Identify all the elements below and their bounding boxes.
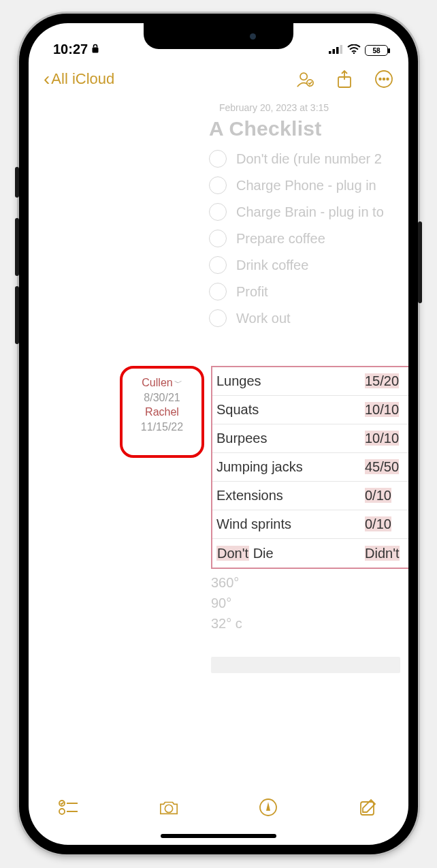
note-content: A Checklist Don't die (rule number 2 Cha… [29, 117, 408, 327]
side-button-power [418, 221, 422, 303]
extra-line: 90° [211, 593, 242, 613]
svg-point-10 [379, 78, 381, 80]
checkbox-icon[interactable] [209, 283, 227, 300]
checklist-text: Drink coffee [236, 258, 308, 273]
attribution-author[interactable]: Rachel [128, 405, 196, 420]
nav-bar: ‹ All iCloud [29, 60, 408, 98]
chevron-down-icon: ﹀ [174, 377, 182, 388]
status-time: 10:27 [53, 42, 88, 57]
checkbox-icon[interactable] [209, 150, 227, 168]
checklist-text: Work out [236, 311, 291, 326]
table-cell: Squats [212, 402, 363, 418]
checkbox-icon[interactable] [209, 230, 227, 247]
screen: 10:27 58 ‹ All iCloud [29, 23, 408, 845]
markup-button[interactable] [258, 797, 278, 818]
svg-point-12 [387, 78, 389, 80]
list-item[interactable]: Profit [209, 283, 408, 300]
table-cell: 0/10 [363, 516, 408, 532]
svg-rect-3 [336, 47, 339, 54]
notch [144, 23, 293, 49]
svg-point-11 [383, 78, 385, 80]
more-button[interactable] [374, 69, 393, 89]
svg-point-7 [307, 80, 313, 86]
svg-point-5 [353, 52, 355, 54]
side-button-vol-up [15, 218, 19, 276]
checklist-text: Charge Brain - plug in to [236, 204, 384, 220]
cellular-icon [328, 44, 343, 57]
wifi-icon [347, 44, 361, 57]
svg-point-6 [300, 73, 307, 80]
attribution-date: 8/30/21 [128, 390, 196, 405]
note-timestamp: February 20, 2023 at 3:15 [29, 102, 408, 113]
table-cell: 10/10 [363, 431, 408, 446]
table-cell: 15/20 [363, 373, 408, 389]
chevron-left-icon: ‹ [44, 68, 50, 90]
checklist-text: Prepare coffee [236, 231, 325, 247]
phone-frame: 10:27 58 ‹ All iCloud [19, 14, 418, 854]
extra-line: 32° c [211, 613, 242, 634]
attribution-highlight: Cullen﹀ 8/30/21 Rachel 11/15/22 [120, 366, 204, 458]
extra-notes: 360° 90° 32° c [211, 572, 242, 634]
table-cell: Jumping jacks [212, 459, 363, 475]
svg-rect-4 [340, 45, 343, 54]
note-body[interactable]: February 20, 2023 at 3:15 A Checklist Do… [29, 98, 408, 784]
attribution-author[interactable]: Cullen﹀ [142, 375, 182, 390]
list-item[interactable]: Charge Brain - plug in to [209, 203, 408, 221]
attribution-date: 11/15/22 [128, 420, 196, 435]
table-row[interactable]: Don't DieDidn't [212, 539, 408, 568]
note-title: A Checklist [209, 117, 408, 140]
checkbox-icon[interactable] [209, 309, 227, 327]
battery-percent: 58 [372, 47, 380, 55]
table-cell: Burpees [212, 431, 363, 446]
table-row[interactable]: Burpees10/10 [212, 424, 408, 453]
table-cell: Didn't [363, 546, 408, 561]
table-cell: Don't Die [212, 546, 363, 561]
side-button-vol-down [15, 286, 19, 344]
table-cell: 0/10 [363, 488, 408, 503]
table-row[interactable]: Wind sprints0/10 [212, 510, 408, 539]
svg-rect-0 [93, 48, 99, 53]
checklist-text: Charge Phone - plug in [236, 178, 376, 193]
home-indicator[interactable] [161, 834, 276, 838]
checkbox-icon[interactable] [209, 176, 227, 194]
table-cell: Wind sprints [212, 516, 363, 532]
share-button[interactable] [335, 69, 354, 89]
checklist-text: Profit [236, 284, 268, 300]
table-cell: Extensions [212, 488, 363, 503]
svg-rect-1 [329, 51, 331, 54]
camera-button[interactable] [159, 797, 179, 818]
table-row[interactable]: Extensions0/10 [212, 482, 408, 510]
list-item[interactable]: Prepare coffee [209, 230, 408, 247]
side-button-mute [15, 167, 19, 198]
attachment-placeholder [211, 657, 400, 673]
svg-point-17 [165, 805, 172, 812]
checklist-button[interactable] [59, 797, 79, 818]
compose-button[interactable] [358, 797, 378, 818]
svg-point-15 [59, 809, 65, 814]
list-item[interactable]: Work out [209, 309, 408, 327]
extra-line: 360° [211, 572, 242, 593]
checkbox-icon[interactable] [209, 256, 227, 274]
back-label: All iCloud [51, 70, 114, 88]
svg-rect-2 [333, 49, 336, 54]
battery-icon: 58 [365, 45, 388, 56]
list-item[interactable]: Charge Phone - plug in [209, 176, 408, 194]
table-row[interactable]: Lunges15/20 [212, 367, 408, 396]
list-item[interactable]: Drink coffee [209, 256, 408, 274]
workout-table[interactable]: Lunges15/20 Squats10/10 Burpees10/10 Jum… [211, 366, 408, 569]
table-cell: 10/10 [363, 402, 408, 418]
table-row[interactable]: Squats10/10 [212, 396, 408, 424]
checkbox-icon[interactable] [209, 203, 227, 221]
collaborate-button[interactable] [295, 69, 314, 89]
checklist-text: Don't die (rule number 2 [236, 151, 382, 167]
table-cell: 45/50 [363, 459, 408, 475]
back-button[interactable]: ‹ All iCloud [44, 68, 114, 90]
table-cell: Lunges [212, 373, 363, 389]
bottom-toolbar [29, 788, 408, 827]
table-row[interactable]: Jumping jacks45/50 [212, 453, 408, 482]
list-item[interactable]: Don't die (rule number 2 [209, 150, 408, 168]
lock-icon [91, 44, 99, 55]
